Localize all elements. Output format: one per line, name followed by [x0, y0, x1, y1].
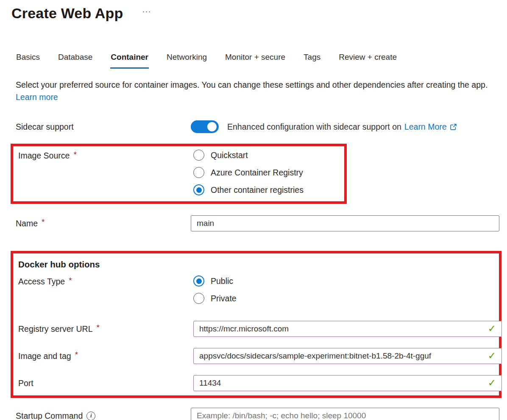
image-source-row: Image Source * Quickstart Azure Containe… [18, 150, 344, 195]
image-source-label-text: Image Source [18, 151, 70, 161]
registry-url-label: Registry server URL * [18, 324, 193, 334]
tab-monitor-secure[interactable]: Monitor + secure [225, 53, 286, 69]
radio-public-label: Public [211, 276, 233, 286]
page-header: Create Web App ··· [11, 3, 507, 23]
radio-acr-label: Azure Container Registry [211, 168, 303, 178]
name-label-text: Name [16, 219, 38, 228]
port-label-text: Port [18, 378, 33, 388]
registry-url-input[interactable] [193, 321, 502, 337]
external-link-icon [450, 123, 457, 131]
sidecar-status-text: Enhanced configuration with sidecar supp… [227, 122, 401, 132]
radio-private-label: Private [211, 294, 237, 303]
tab-networking[interactable]: Networking [166, 53, 207, 69]
image-tag-input[interactable] [193, 348, 502, 364]
radio-circle-icon [193, 293, 204, 304]
startup-command-label-text: Startup Command [16, 411, 83, 420]
port-input[interactable] [193, 375, 502, 391]
required-asterisk: * [75, 350, 78, 359]
name-input-wrap [191, 215, 499, 231]
image-tag-label: Image and tag * [18, 351, 193, 361]
radio-other-label: Other container registries [211, 185, 304, 195]
radio-public[interactable]: Public [193, 275, 237, 286]
sidecar-toggle[interactable] [191, 120, 219, 133]
required-asterisk: * [69, 276, 72, 285]
more-options-button[interactable]: ··· [142, 8, 151, 15]
docker-hub-highlight-box: Docker hub options Access Type * Public … [11, 251, 501, 398]
port-row: Port ✓ [18, 375, 499, 391]
page-title: Create Web App [11, 3, 123, 23]
radio-selected-icon [193, 184, 204, 195]
wizard-tabs: Basics Database Container Networking Mon… [16, 53, 507, 69]
image-tag-label-text: Image and tag [18, 351, 71, 361]
radio-azure-container-registry[interactable]: Azure Container Registry [193, 167, 304, 178]
registry-url-input-wrap: ✓ [193, 321, 502, 337]
sidecar-support-label: Sidecar support [16, 122, 191, 132]
port-input-wrap: ✓ [193, 375, 502, 391]
startup-command-input[interactable] [191, 408, 499, 420]
startup-command-row: Startup Command i [16, 408, 507, 420]
required-asterisk: * [73, 150, 76, 159]
docker-hub-heading: Docker hub options [18, 259, 499, 270]
sidecar-status: Enhanced configuration with sidecar supp… [227, 122, 457, 132]
access-type-row: Access Type * Public Private [18, 275, 499, 304]
access-type-label-text: Access Type [18, 277, 65, 286]
required-asterisk: * [42, 217, 45, 227]
info-icon[interactable]: i [86, 412, 95, 420]
sidecar-learn-more-link[interactable]: Learn More [404, 122, 447, 132]
required-asterisk: * [97, 323, 100, 332]
registry-url-label-text: Registry server URL [18, 324, 93, 334]
learn-more-link[interactable]: Learn more [16, 92, 58, 102]
startup-command-label: Startup Command i [16, 411, 191, 420]
radio-circle-icon [193, 167, 204, 178]
access-type-label: Access Type * [18, 277, 193, 286]
image-tag-input-wrap: ✓ [193, 348, 502, 364]
name-row: Name * [16, 215, 507, 231]
tab-container[interactable]: Container [110, 53, 149, 69]
description-text: Select your preferred source for contain… [16, 80, 488, 89]
image-source-label: Image Source * [18, 151, 193, 161]
image-source-highlight-box: Image Source * Quickstart Azure Containe… [11, 144, 347, 204]
toggle-knob-icon [207, 122, 217, 131]
radio-quickstart-label: Quickstart [211, 150, 248, 160]
image-source-radio-group: Quickstart Azure Container Registry Othe… [193, 150, 304, 195]
registry-url-row: Registry server URL * ✓ [18, 321, 499, 337]
tab-review-create[interactable]: Review + create [338, 53, 397, 69]
tab-tags[interactable]: Tags [303, 53, 321, 69]
access-type-radio-group: Public Private [193, 275, 237, 304]
radio-circle-icon [193, 150, 204, 161]
tab-basics[interactable]: Basics [16, 53, 40, 69]
name-input[interactable] [191, 215, 499, 231]
tab-description: Select your preferred source for contain… [16, 79, 494, 103]
image-tag-row: Image and tag * ✓ [18, 348, 499, 364]
name-label: Name * [16, 219, 191, 228]
startup-command-input-wrap [191, 408, 499, 420]
sidecar-support-row: Sidecar support Enhanced configuration w… [16, 120, 507, 133]
radio-selected-icon [193, 275, 204, 286]
radio-quickstart[interactable]: Quickstart [193, 150, 304, 161]
port-label: Port [18, 378, 193, 388]
radio-private[interactable]: Private [193, 293, 237, 304]
radio-other-container-registries[interactable]: Other container registries [193, 184, 304, 195]
tab-database[interactable]: Database [58, 53, 93, 69]
